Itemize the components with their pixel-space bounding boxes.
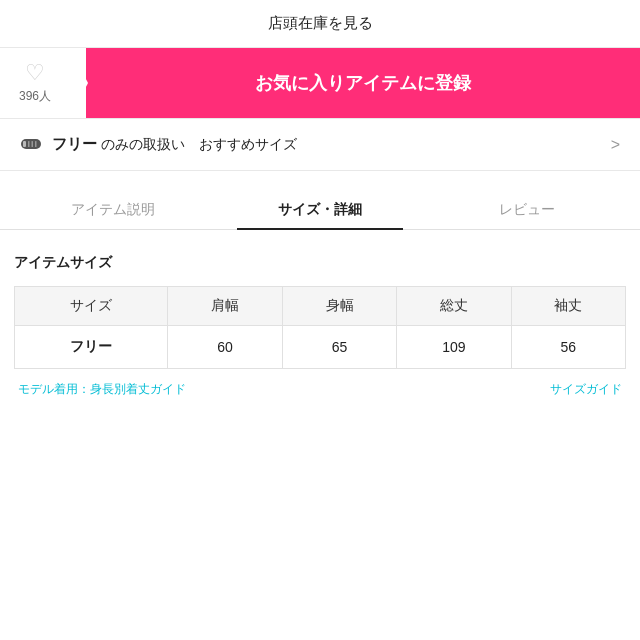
col-header-body: 身幅 [282,287,396,326]
tabs-section: アイテム説明 サイズ・詳細 レビュー [0,189,640,230]
guide-links: モデル着用：身長別着丈ガイド サイズガイド [14,369,626,398]
favorite-button[interactable]: お気に入りアイテムに登録 [86,48,640,118]
cell-body: 65 [282,326,396,369]
favorite-section: ♡ 396人 お気に入りアイテムに登録 [0,48,640,119]
size-guide-link[interactable]: サイズガイド [550,381,622,398]
tab-item-description[interactable]: アイテム説明 [10,189,217,229]
tab-review[interactable]: レビュー [423,189,630,229]
store-inventory-section: 店頭在庫を見る [0,0,640,48]
tape-measure-icon [20,133,42,156]
col-header-sleeve: 袖丈 [511,287,625,326]
cell-sleeve: 56 [511,326,625,369]
size-table-section: アイテムサイズ サイズ 肩幅 身幅 総丈 袖丈 フリー 60 65 109 56 [0,230,640,408]
model-height-guide-link[interactable]: モデル着用：身長別着丈ガイド [18,381,186,398]
table-header-row: サイズ 肩幅 身幅 総丈 袖丈 [15,287,626,326]
size-banner-text: フリー のみの取扱い おすすめサイズ [52,135,601,154]
size-banner[interactable]: フリー のみの取扱い おすすめサイズ > [0,119,640,171]
cell-total-length: 109 [397,326,511,369]
col-header-size: サイズ [15,287,168,326]
col-header-shoulder: 肩幅 [168,287,282,326]
store-inventory-button[interactable]: 店頭在庫を見る [268,14,373,33]
favorite-count-area: ♡ 396人 [0,48,70,118]
col-header-total-length: 総丈 [397,287,511,326]
page-container: 店頭在庫を見る ♡ 396人 お気に入りアイテムに登録 フリー のみの取扱い お… [0,0,640,640]
size-table-title: アイテムサイズ [14,254,626,272]
favorite-count-number: 396人 [19,88,51,105]
svg-rect-2 [28,141,30,147]
table-row: フリー 60 65 109 56 [15,326,626,369]
svg-rect-3 [32,141,34,147]
svg-rect-4 [35,141,37,147]
size-banner-description: のみの取扱い おすすめサイズ [101,136,297,152]
favorite-chevron-shape [70,48,88,118]
cell-shoulder: 60 [168,326,282,369]
size-banner-chevron-icon: > [611,136,620,154]
heart-icon: ♡ [25,62,45,84]
size-banner-free-label: フリー [52,135,97,152]
svg-rect-1 [23,141,26,147]
cell-size: フリー [15,326,168,369]
size-table: サイズ 肩幅 身幅 総丈 袖丈 フリー 60 65 109 56 [14,286,626,369]
tab-size-detail[interactable]: サイズ・詳細 [217,189,424,229]
